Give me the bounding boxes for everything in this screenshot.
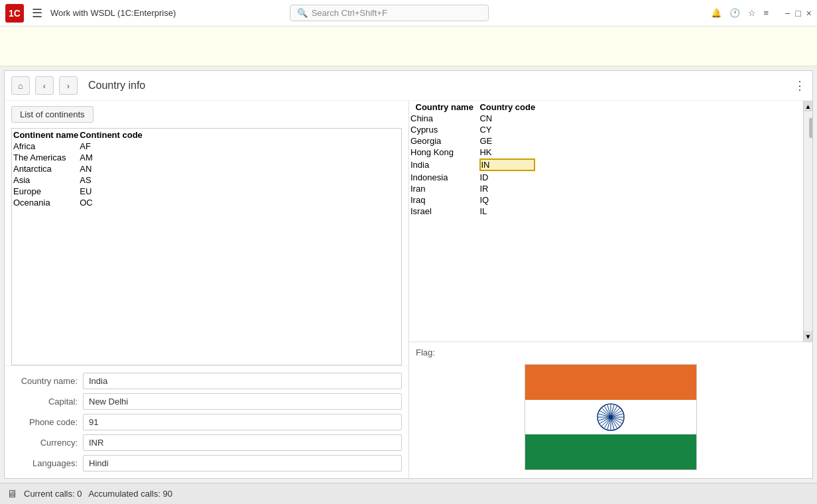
continents-table-wrapper: Continent name Continent code AfricaAFTh… — [11, 128, 402, 365]
page-title: Country info — [88, 80, 788, 92]
country-name-cell: Indonesia — [410, 172, 478, 182]
country-code-cell: ID — [479, 172, 535, 182]
country-name-cell: Hong Kong — [410, 147, 478, 157]
more-menu-button[interactable]: ⋮ — [794, 78, 806, 93]
scrollbar-down-button[interactable]: ▼ — [804, 331, 813, 342]
table-row[interactable]: GeorgiaGE — [410, 136, 535, 146]
country-name-cell: Cyprus — [410, 125, 478, 135]
status-icon: 🖥 — [7, 488, 17, 500]
country-code-cell: GE — [479, 136, 535, 146]
country-name-label: Country name: — [11, 376, 78, 386]
country-form: Country name: Capital: Phone code: Curre… — [5, 365, 408, 478]
capital-label: Capital: — [11, 397, 78, 407]
search-icon: 🔍 — [297, 8, 308, 18]
ashoka-chakra — [596, 403, 625, 432]
back-button[interactable]: ‹ — [35, 76, 54, 95]
currency-label: Currency: — [11, 438, 78, 448]
currency-input[interactable] — [83, 434, 402, 451]
languages-label: Languages: — [11, 458, 78, 468]
history-icon[interactable]: 🕐 — [729, 8, 740, 18]
phone-code-input[interactable] — [83, 414, 402, 430]
country-code-cell: IQ — [479, 195, 535, 205]
continent-code-cell: AN — [80, 164, 143, 174]
search-box[interactable]: 🔍 Search Ctrl+Shift+F — [290, 5, 489, 21]
table-row[interactable]: ChinaCN — [410, 113, 535, 123]
scrollbar-up-button[interactable]: ▲ — [804, 101, 813, 111]
phone-code-label: Phone code: — [11, 417, 78, 427]
country-code-cell: CY — [479, 125, 535, 135]
app-title: Work with WSDL (1C:Enterprise) — [50, 8, 176, 18]
maximize-button[interactable]: □ — [795, 8, 800, 19]
table-row[interactable]: AsiaAS — [13, 175, 143, 185]
titlebar-actions: 🔔 🕐 ☆ ≡ — [711, 8, 769, 18]
flag-section: Flag: — [409, 342, 812, 478]
table-row[interactable]: The AmericasAM — [13, 153, 143, 162]
left-panel: List of continents Continent name Contin… — [5, 101, 409, 478]
country-name-cell: Iraq — [410, 195, 478, 205]
bookmark-icon[interactable]: ☆ — [748, 8, 756, 18]
flag-stripe-orange — [525, 365, 696, 400]
continent-name-cell: Africa — [13, 141, 78, 151]
continent-name-header: Continent name — [13, 130, 78, 140]
languages-input[interactable] — [83, 455, 402, 472]
country-name-input[interactable] — [83, 373, 402, 389]
table-row[interactable]: IsraelIL — [410, 206, 535, 216]
india-flag — [525, 364, 697, 470]
country-code-cell: IN — [479, 158, 535, 171]
search-placeholder: Search Ctrl+Shift+F — [312, 8, 387, 18]
continent-name-cell: Asia — [13, 175, 78, 185]
country-name-cell: India — [410, 158, 478, 171]
table-row[interactable]: AfricaAF — [13, 141, 143, 151]
country-name-header: Country name — [410, 102, 478, 112]
close-button[interactable]: × — [806, 8, 812, 19]
notification-icon[interactable]: 🔔 — [711, 8, 722, 18]
country-code-cell: IL — [479, 206, 535, 216]
country-code-cell: IR — [479, 184, 535, 194]
currency-row: Currency: — [11, 434, 402, 451]
continents-table-scroll[interactable]: Continent name Continent code AfricaAFTh… — [12, 129, 401, 365]
country-name-row: Country name: — [11, 373, 402, 389]
table-row[interactable]: Hong KongHK — [410, 147, 535, 157]
table-row[interactable]: AntarcticaAN — [13, 164, 143, 174]
table-row[interactable]: CyprusCY — [410, 125, 535, 135]
titlebar: 1C ☰ Work with WSDL (1C:Enterprise) 🔍 Se… — [0, 0, 817, 27]
page-header: ⌂ ‹ › Country info ⋮ — [5, 71, 812, 101]
country-name-cell: Georgia — [410, 136, 478, 146]
country-code-header: Country code — [479, 102, 535, 112]
flag-stripe-white — [525, 400, 696, 435]
menu-icon[interactable]: ☰ — [29, 3, 45, 23]
right-scroll-wrapper: Country name Country code ChinaCNCyprusC… — [409, 101, 812, 342]
countries-table-area: Country name Country code ChinaCNCyprusC… — [409, 101, 812, 342]
right-table-scroll[interactable]: Country name Country code ChinaCNCyprusC… — [409, 101, 803, 342]
continent-code-header: Continent code — [80, 130, 143, 140]
table-row[interactable]: IraqIQ — [410, 195, 535, 205]
continent-code-cell: EU — [80, 186, 143, 196]
minimize-button[interactable]: − — [785, 8, 790, 19]
country-code-cell: HK — [479, 147, 535, 157]
home-button[interactable]: ⌂ — [11, 76, 30, 95]
capital-row: Capital: — [11, 393, 402, 410]
window-controls: − □ × — [785, 8, 812, 19]
capital-input[interactable] — [83, 393, 402, 410]
continent-name-cell: Antarctica — [13, 164, 78, 174]
phone-code-row: Phone code: — [11, 414, 402, 430]
table-row[interactable]: IndonesiaID — [410, 172, 535, 182]
continents-table: Continent name Continent code AfricaAFTh… — [12, 129, 144, 209]
table-row[interactable]: EuropeEU — [13, 186, 143, 196]
table-row[interactable]: IndiaIN — [410, 158, 535, 171]
forward-button[interactable]: › — [59, 76, 78, 95]
scrollbar-thumb[interactable] — [809, 118, 813, 138]
flag-container — [416, 361, 806, 473]
right-scrollbar: ▲ ▼ — [803, 101, 812, 342]
current-calls-label: Current calls: 0 — [24, 489, 82, 499]
flag-stripe-green — [525, 434, 696, 470]
list-of-continents-button[interactable]: List of continents — [11, 106, 94, 123]
main-area: ⌂ ‹ › Country info ⋮ List of continents … — [4, 70, 813, 479]
settings-icon[interactable]: ≡ — [764, 8, 769, 18]
country-name-cell: China — [410, 113, 478, 123]
content-row: List of continents Continent name Contin… — [5, 101, 812, 478]
continent-name-cell: The Americas — [13, 153, 78, 162]
table-row[interactable]: OcenaniaOC — [13, 198, 143, 208]
table-row[interactable]: IranIR — [410, 184, 535, 194]
countries-table: Country name Country code ChinaCNCyprusC… — [409, 101, 536, 218]
